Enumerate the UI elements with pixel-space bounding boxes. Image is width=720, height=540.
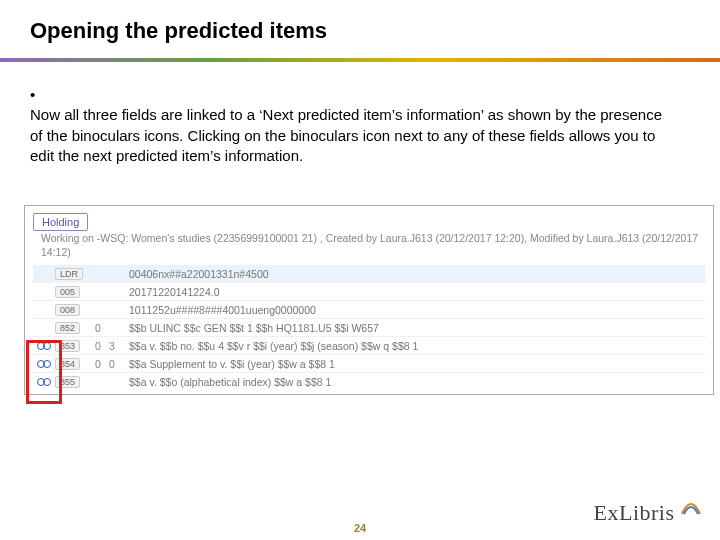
marc-tag-cell: LDR: [55, 267, 95, 280]
marc-field-data: $$a v. $$o (alphabetical index) $$w a $$…: [123, 376, 705, 388]
record-panel: Holding Working on -WSQ: Women's studies…: [24, 205, 714, 395]
accent-rule: [0, 58, 720, 62]
marc-field-data: $$b ULINC $$c GEN $$t 1 $$h HQ1181.U5 $$…: [123, 322, 705, 334]
marc-tag-cell: 853: [55, 339, 95, 352]
marc-field-data: 00406nx##a22001331n#4500: [123, 268, 705, 280]
marc-tag-chip[interactable]: 855: [55, 376, 80, 388]
marc-row: 0081011252u####8###4001uueng0000000: [33, 300, 705, 318]
bullet-text: Now all three fields are linked to a ‘Ne…: [30, 105, 670, 166]
marc-indicator-2: 0: [109, 358, 123, 370]
marc-tag-cell: 008: [55, 303, 95, 316]
marc-tag-cell: 855: [55, 375, 95, 388]
marc-indicator-1: 0: [95, 358, 109, 370]
marc-indicator-1: 0: [95, 340, 109, 352]
exlibris-logo: ExLibris: [594, 500, 702, 526]
row-icon-cell: [33, 341, 55, 350]
record-meta-text: Working on -WSQ: Women's studies (223569…: [41, 231, 705, 259]
marc-field-data: $$a v. $$b no. $$u 4 $$v r $$i (year) $$…: [123, 340, 705, 352]
bullet-marker: •: [30, 85, 48, 105]
row-icon-cell: [33, 377, 55, 386]
marc-indicator-2: 3: [109, 340, 123, 352]
marc-indicator-1: 0: [95, 322, 109, 334]
exlibris-logo-text: ExLibris: [594, 500, 675, 525]
marc-rows-container: LDR00406nx##a22001331n#45000052017122014…: [33, 265, 705, 390]
marc-field-data: 20171220141224.0: [123, 286, 705, 298]
marc-tag-cell: 852: [55, 321, 95, 334]
row-icon-cell: [33, 359, 55, 368]
slide-title: Opening the predicted items: [30, 18, 327, 44]
exlibris-logo-arc-icon: [680, 498, 702, 522]
marc-tag-chip[interactable]: 853: [55, 340, 80, 352]
marc-row: 855$$a v. $$o (alphabetical index) $$w a…: [33, 372, 705, 390]
binoculars-icon[interactable]: [37, 377, 51, 386]
marc-tag-chip[interactable]: 854: [55, 358, 80, 370]
binoculars-icon[interactable]: [37, 341, 51, 350]
marc-tag-chip[interactable]: 008: [55, 304, 80, 316]
marc-row: 85400$$a Supplement to v. $$i (year) $$w…: [33, 354, 705, 372]
marc-tag-cell: 005: [55, 285, 95, 298]
marc-tag-cell: 854: [55, 357, 95, 370]
marc-row: 00520171220141224.0: [33, 282, 705, 300]
marc-field-data: $$a Supplement to v. $$i (year) $$w a $$…: [123, 358, 705, 370]
marc-row: 8520$$b ULINC $$c GEN $$t 1 $$h HQ1181.U…: [33, 318, 705, 336]
holding-section-tag[interactable]: Holding: [33, 213, 88, 231]
marc-field-data: 1011252u####8###4001uueng0000000: [123, 304, 705, 316]
marc-tag-chip[interactable]: 852: [55, 322, 80, 334]
binoculars-icon[interactable]: [37, 359, 51, 368]
marc-tag-chip[interactable]: LDR: [55, 268, 83, 280]
bullet-paragraph: • Now all three fields are linked to a ‘…: [30, 85, 690, 166]
marc-tag-chip[interactable]: 005: [55, 286, 80, 298]
marc-row: LDR00406nx##a22001331n#4500: [33, 265, 705, 282]
marc-row: 85303$$a v. $$b no. $$u 4 $$v r $$i (yea…: [33, 336, 705, 354]
